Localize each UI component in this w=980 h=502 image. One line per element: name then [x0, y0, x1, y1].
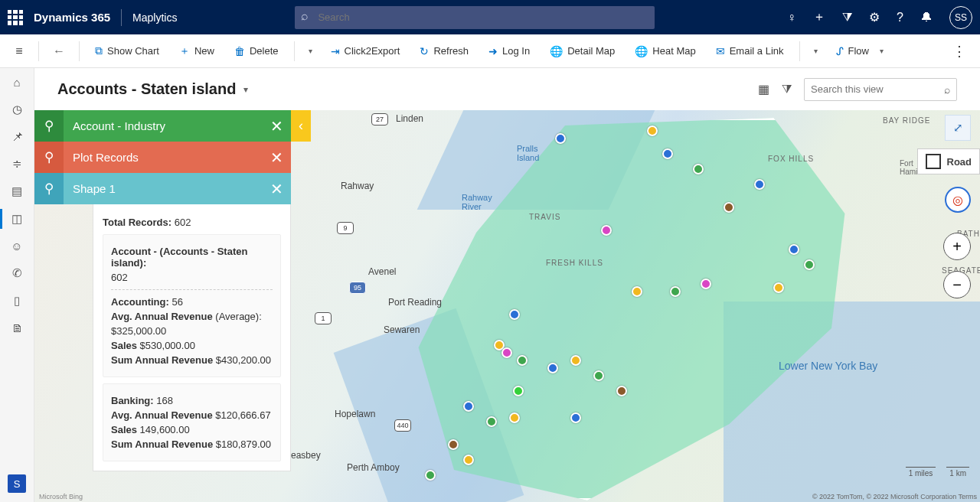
filter-icon[interactable]: ⧩ [782, 83, 792, 96]
rail-home-icon[interactable]: ⌂ [0, 76, 34, 89]
rail-file-icon[interactable]: 🗎 [0, 321, 34, 334]
panel-icon-industry[interactable]: ⚲ [34, 110, 64, 142]
rail-phone-icon[interactable]: ✆ [0, 266, 34, 280]
rail-sliders-icon[interactable]: ≑ [0, 157, 34, 171]
close-icon[interactable]: ✕ [270, 148, 283, 167]
map-locate-button[interactable]: ◎ [945, 187, 971, 213]
mail-icon: ✉ [716, 45, 725, 57]
rail-recent-icon[interactable]: ◷ [0, 103, 34, 116]
column-options-icon[interactable]: ▦ [758, 82, 769, 96]
label-sewaren: Sewaren [384, 324, 420, 335]
delete-button[interactable]: 🗑Delete [227, 45, 286, 57]
label-fresh-kills: FRESH KILLS [546, 259, 603, 267]
label-pralls: Pralls Island [517, 144, 539, 162]
label-lower-bay: Lower New York Bay [779, 360, 877, 372]
plus-icon[interactable]: ＋ [813, 9, 825, 25]
label-easbey: easbey [291, 450, 321, 461]
label-rahway-river: Rahway River [462, 193, 492, 211]
lightbulb-icon[interactable]: ♀ [787, 11, 796, 24]
refresh-button[interactable]: ↻Refresh [412, 45, 476, 57]
panel-header-plot[interactable]: Plot Records ✕ [64, 142, 291, 173]
shield-440: 440 [394, 419, 411, 432]
main-area: Linden Rahway Rahway River Avenel Port R… [34, 110, 980, 502]
back-button[interactable]: ← [47, 44, 71, 58]
label-avenel: Avenel [368, 266, 396, 277]
map-expand-button[interactable]: ⤢ [945, 115, 971, 141]
flow-icon: ᔑ [836, 45, 844, 57]
global-search-input[interactable] [295, 6, 655, 29]
app-name[interactable]: Maplytics [132, 11, 177, 24]
label-hopelawn: Hopelawn [335, 409, 375, 419]
zoom-in-button[interactable]: + [943, 233, 971, 260]
login-button[interactable]: ➜Log In [481, 45, 537, 57]
view-search-input[interactable] [811, 83, 944, 95]
login-icon: ➜ [488, 45, 498, 57]
heat-map-button[interactable]: 🌐Heat Map [627, 45, 703, 57]
overflow-button[interactable]: ⋮ [946, 43, 972, 60]
top-navbar: Dynamics 365 Maplytics ♀ ＋ ⧩ ⚙ ? 🔔︎ SS [0, 0, 980, 34]
panel-icon-plot[interactable]: ⚲ [34, 142, 64, 173]
label-perth-amboy: Perth Amboy [347, 462, 400, 473]
delete-chevron[interactable]: ▾ [302, 47, 318, 55]
app-launcher-icon[interactable] [8, 10, 23, 25]
rail-area-switch[interactable]: S [8, 474, 26, 493]
hamburger-icon[interactable]: ≡ [8, 44, 31, 58]
zoom-out-button[interactable]: − [943, 271, 971, 298]
page-title[interactable]: Accounts - Staten island [57, 80, 236, 98]
view-search[interactable]: ⌕ [804, 78, 957, 101]
gear-icon[interactable]: ⚙ [869, 10, 880, 24]
rail-accounts-icon[interactable]: ◫ [0, 212, 34, 226]
show-chart-button[interactable]: ⧉Show Chart [87, 44, 167, 57]
map-style-button[interactable]: Road [917, 148, 981, 174]
user-avatar[interactable]: SS [949, 6, 972, 29]
plus-icon: ＋ [179, 44, 190, 58]
rail-device-icon[interactable]: ▯ [0, 294, 34, 308]
nav-divider [121, 9, 122, 26]
map-attribution: © 2022 TomTom, © 2022 Microsoft Corporat… [812, 493, 977, 500]
label-fox-hills: FOX HILLS [768, 155, 814, 163]
shield-95: 95 [349, 282, 366, 294]
page-tools: ▦ ⧩ ⌕ [758, 78, 957, 101]
summary-card: Banking: 168 Avg. Annual Revenue $120,66… [103, 383, 281, 461]
close-icon[interactable]: ✕ [270, 180, 283, 198]
refresh-icon: ↻ [420, 45, 429, 57]
export-icon: ⇥ [331, 45, 340, 57]
new-button[interactable]: ＋New [172, 44, 222, 58]
email-chevron[interactable]: ▾ [808, 47, 824, 55]
click2export-button[interactable]: ⇥Click2Export [323, 45, 408, 57]
bell-icon[interactable]: 🔔︎ [920, 11, 933, 24]
detail-map-button[interactable]: 🌐Detail Map [542, 45, 622, 57]
chart-icon: ⧉ [95, 44, 103, 57]
shield-9: 9 [337, 222, 354, 234]
trash-icon: 🗑 [234, 45, 245, 57]
label-bay-ridge: BAY RIDGE [883, 116, 931, 125]
rail-pin-icon[interactable]: 📌︎ [0, 130, 34, 143]
global-search[interactable] [295, 6, 655, 29]
road-swatch-icon [926, 154, 941, 169]
funnel-icon[interactable]: ⧩ [842, 11, 852, 24]
heat-icon: 🌐 [635, 45, 648, 57]
shield-1: 1 [315, 312, 332, 324]
panel-header-industry[interactable]: Account - Industry ✕ [64, 110, 291, 142]
bing-logo: Microsoft Bing [39, 493, 83, 500]
panel-icon-shape[interactable]: ⚲ [34, 173, 64, 204]
view-dropdown-icon[interactable]: ▾ [243, 84, 248, 95]
panel-collapse-button[interactable]: ‹ [291, 110, 311, 142]
summary-card: Account - (Accounts - Staten island): 60… [103, 234, 281, 377]
map-scale: 1 miles 1 km [906, 467, 969, 479]
command-bar: ≡ ← ⧉Show Chart ＋New 🗑Delete ▾ ⇥Click2Ex… [0, 34, 980, 68]
flow-button[interactable]: ᔑFlow▾ [828, 45, 897, 57]
globe-icon: 🌐 [550, 45, 563, 57]
left-rail: ⌂ ◷ 📌︎ ≑ ▤ ◫ ☺ ✆ ▯ 🗎 S [0, 68, 34, 502]
label-port-reading: Port Reading [388, 297, 442, 308]
shield-27: 27 [371, 113, 388, 126]
rail-contact-icon[interactable]: ☺ [0, 240, 34, 253]
close-icon[interactable]: ✕ [270, 117, 283, 135]
flow-chevron[interactable]: ▾ [874, 47, 890, 55]
search-icon[interactable]: ⌕ [944, 83, 950, 96]
label-rahway: Rahway [341, 181, 374, 191]
panel-header-shape[interactable]: Shape 1 ✕ [64, 173, 291, 204]
rail-clipboard-icon[interactable]: ▤ [0, 184, 34, 198]
help-icon[interactable]: ? [897, 11, 903, 24]
email-link-button[interactable]: ✉Email a Link [708, 45, 792, 57]
